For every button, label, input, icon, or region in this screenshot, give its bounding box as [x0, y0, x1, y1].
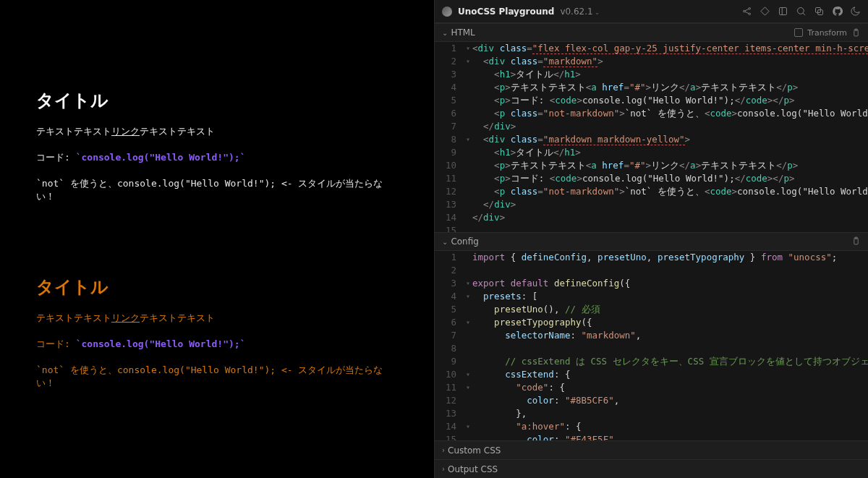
svg-point-1: [749, 8, 751, 10]
preview-pane: タイトル テキストテキストリンクテキストテキスト コード: `console.l…: [0, 0, 434, 478]
text-after: テキストテキスト: [140, 126, 215, 137]
html-editor[interactable]: 1▾<div class="flex flex-col gap-y-25 jus…: [435, 42, 868, 232]
version-dropdown[interactable]: v0.62.1⌄: [560, 7, 600, 17]
transform-label: Transform: [807, 28, 847, 38]
search-icon[interactable]: [796, 6, 807, 17]
html-panel-label: HTML: [451, 27, 475, 38]
svg-point-5: [798, 8, 804, 14]
code-sample: `console.log("Hello World!");`: [76, 152, 246, 163]
code-sample-y: `console.log("Hello World!");`: [76, 338, 246, 349]
config-editor[interactable]: 1import { defineConfig, presetUno, prese…: [435, 251, 868, 441]
custom-css-label: Custom CSS: [448, 445, 501, 456]
chevron-down-icon: ⌄: [442, 238, 448, 246]
code-label: コード:: [36, 152, 76, 163]
custom-css-panel-header[interactable]: ›Custom CSS: [435, 440, 868, 459]
chevron-right-icon: ›: [442, 465, 445, 473]
output-css-panel-header[interactable]: ›Output CSS: [435, 459, 868, 478]
preview-link-y[interactable]: リンク: [111, 312, 140, 323]
config-panel-header[interactable]: ⌄Config: [435, 232, 868, 251]
clipboard-icon[interactable]: [851, 236, 861, 246]
share-icon[interactable]: [741, 6, 752, 17]
markdown-block-white: タイトル テキストテキストリンクテキストテキスト コード: `console.l…: [36, 89, 398, 203]
svg-point-0: [744, 10, 746, 12]
svg-rect-3: [780, 8, 787, 15]
format-icon[interactable]: [760, 6, 770, 17]
preview-title-yellow: タイトル: [36, 276, 398, 299]
panel-icon[interactable]: [778, 6, 788, 17]
text-after-y: テキストテキスト: [140, 312, 215, 323]
preview-link[interactable]: リンク: [111, 126, 140, 137]
topbar: UnoCSS Playground v0.62.1⌄: [435, 0, 868, 23]
copy-icon[interactable]: [814, 6, 825, 17]
clipboard-icon[interactable]: [851, 28, 861, 38]
chevron-down-icon: ⌄: [442, 29, 448, 37]
theme-icon[interactable]: [850, 6, 861, 17]
preview-title: タイトル: [36, 89, 398, 112]
markdown-block-yellow: タイトル テキストテキストリンクテキストテキスト コード: `console.l…: [36, 276, 398, 390]
app-title: UnoCSS Playground: [458, 7, 554, 17]
not-line: `not` を使うと、console.log("Hello World!"); …: [36, 177, 398, 203]
text-before-y: テキストテキスト: [36, 312, 111, 323]
transform-checkbox[interactable]: [794, 28, 803, 37]
not-line-y: `not` を使うと、console.log("Hello World!"); …: [36, 364, 398, 390]
svg-line-6: [803, 13, 805, 15]
chevron-right-icon: ›: [442, 446, 445, 454]
svg-point-2: [749, 13, 751, 15]
html-panel-header[interactable]: ⌄HTML Transform: [435, 23, 868, 42]
editor-pane: UnoCSS Playground v0.62.1⌄ ⌄HTML Transfo…: [434, 0, 868, 478]
unocss-logo-icon: [442, 7, 452, 17]
config-panel-label: Config: [451, 236, 479, 247]
output-css-label: Output CSS: [448, 464, 498, 474]
github-icon[interactable]: [832, 6, 843, 17]
text-before: テキストテキスト: [36, 126, 111, 137]
code-label-y: コード:: [36, 338, 76, 349]
